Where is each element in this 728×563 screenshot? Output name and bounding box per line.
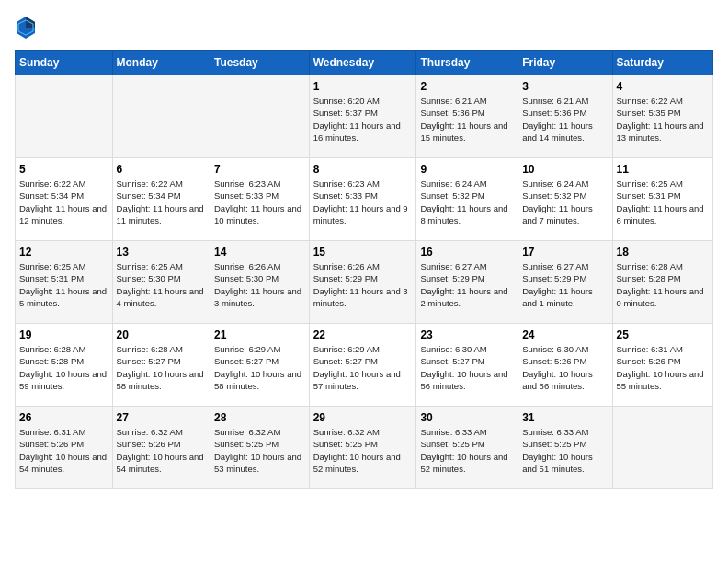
day-cell: 30Sunrise: 6:33 AM Sunset: 5:25 PM Dayli… xyxy=(416,407,518,489)
day-cell: 18Sunrise: 6:28 AM Sunset: 5:28 PM Dayli… xyxy=(612,241,712,324)
page-header xyxy=(15,15,713,40)
day-info: Sunrise: 6:31 AM Sunset: 5:26 PM Dayligh… xyxy=(617,343,709,392)
day-number: 22 xyxy=(313,328,413,341)
day-number: 11 xyxy=(617,163,709,176)
day-number: 13 xyxy=(117,246,206,259)
day-info: Sunrise: 6:26 AM Sunset: 5:30 PM Dayligh… xyxy=(214,260,305,309)
header-row: SundayMondayTuesdayWednesdayThursdayFrid… xyxy=(16,51,713,75)
day-number: 28 xyxy=(214,411,305,424)
day-cell: 14Sunrise: 6:26 AM Sunset: 5:30 PM Dayli… xyxy=(210,241,310,324)
day-info: Sunrise: 6:22 AM Sunset: 5:34 PM Dayligh… xyxy=(19,178,108,226)
day-number: 3 xyxy=(522,80,608,93)
day-info: Sunrise: 6:22 AM Sunset: 5:34 PM Dayligh… xyxy=(117,178,206,226)
calendar-header: SundayMondayTuesdayWednesdayThursdayFrid… xyxy=(16,51,713,75)
day-cell: 8Sunrise: 6:23 AM Sunset: 5:33 PM Daylig… xyxy=(309,158,416,241)
day-number: 30 xyxy=(420,411,514,424)
calendar-table: SundayMondayTuesdayWednesdayThursdayFrid… xyxy=(15,50,713,489)
day-cell: 22Sunrise: 6:29 AM Sunset: 5:27 PM Dayli… xyxy=(309,324,416,407)
day-number: 1 xyxy=(313,80,413,93)
day-number: 7 xyxy=(214,163,305,176)
day-cell: 27Sunrise: 6:32 AM Sunset: 5:26 PM Dayli… xyxy=(112,407,210,489)
day-number: 25 xyxy=(617,328,709,341)
day-info: Sunrise: 6:32 AM Sunset: 5:26 PM Dayligh… xyxy=(117,426,206,475)
day-cell: 17Sunrise: 6:27 AM Sunset: 5:29 PM Dayli… xyxy=(518,241,612,324)
day-number: 23 xyxy=(420,328,514,341)
day-info: Sunrise: 6:28 AM Sunset: 5:27 PM Dayligh… xyxy=(117,343,206,392)
day-number: 21 xyxy=(214,328,305,341)
day-cell: 20Sunrise: 6:28 AM Sunset: 5:27 PM Dayli… xyxy=(112,324,210,407)
day-cell: 25Sunrise: 6:31 AM Sunset: 5:26 PM Dayli… xyxy=(612,324,712,407)
day-number: 24 xyxy=(522,328,608,341)
day-cell: 5Sunrise: 6:22 AM Sunset: 5:34 PM Daylig… xyxy=(16,158,113,241)
day-info: Sunrise: 6:32 AM Sunset: 5:25 PM Dayligh… xyxy=(313,426,413,475)
day-number: 4 xyxy=(617,80,709,93)
logo-icon xyxy=(15,15,37,40)
day-cell: 13Sunrise: 6:25 AM Sunset: 5:30 PM Dayli… xyxy=(112,241,210,324)
day-cell: 21Sunrise: 6:29 AM Sunset: 5:27 PM Dayli… xyxy=(210,324,310,407)
day-info: Sunrise: 6:30 AM Sunset: 5:26 PM Dayligh… xyxy=(522,343,608,392)
day-number: 18 xyxy=(617,246,709,259)
header-cell-monday: Monday xyxy=(112,51,210,75)
header-cell-wednesday: Wednesday xyxy=(309,51,416,75)
day-cell: 23Sunrise: 6:30 AM Sunset: 5:27 PM Dayli… xyxy=(416,324,518,407)
day-info: Sunrise: 6:25 AM Sunset: 5:30 PM Dayligh… xyxy=(117,260,206,309)
day-number: 5 xyxy=(19,163,108,176)
day-cell: 10Sunrise: 6:24 AM Sunset: 5:32 PM Dayli… xyxy=(518,158,612,241)
logo xyxy=(15,15,40,40)
day-cell: 11Sunrise: 6:25 AM Sunset: 5:31 PM Dayli… xyxy=(612,158,712,241)
day-number: 2 xyxy=(420,80,514,93)
day-cell: 28Sunrise: 6:32 AM Sunset: 5:25 PM Dayli… xyxy=(210,407,310,489)
day-cell: 26Sunrise: 6:31 AM Sunset: 5:26 PM Dayli… xyxy=(16,407,113,489)
day-info: Sunrise: 6:23 AM Sunset: 5:33 PM Dayligh… xyxy=(214,178,305,226)
header-cell-friday: Friday xyxy=(518,51,612,75)
day-cell: 9Sunrise: 6:24 AM Sunset: 5:32 PM Daylig… xyxy=(416,158,518,241)
day-info: Sunrise: 6:33 AM Sunset: 5:25 PM Dayligh… xyxy=(522,426,608,475)
calendar-body: 1Sunrise: 6:20 AM Sunset: 5:37 PM Daylig… xyxy=(16,75,713,489)
week-row-2: 5Sunrise: 6:22 AM Sunset: 5:34 PM Daylig… xyxy=(16,158,713,241)
week-row-1: 1Sunrise: 6:20 AM Sunset: 5:37 PM Daylig… xyxy=(16,75,713,158)
day-cell xyxy=(112,75,210,158)
day-info: Sunrise: 6:27 AM Sunset: 5:29 PM Dayligh… xyxy=(522,260,608,309)
day-cell xyxy=(16,75,113,158)
header-cell-tuesday: Tuesday xyxy=(210,51,310,75)
day-number: 9 xyxy=(420,163,514,176)
day-cell: 3Sunrise: 6:21 AM Sunset: 5:36 PM Daylig… xyxy=(518,75,612,158)
day-cell xyxy=(210,75,310,158)
day-number: 6 xyxy=(117,163,206,176)
day-info: Sunrise: 6:30 AM Sunset: 5:27 PM Dayligh… xyxy=(420,343,514,392)
week-row-3: 12Sunrise: 6:25 AM Sunset: 5:31 PM Dayli… xyxy=(16,241,713,324)
day-number: 19 xyxy=(19,328,108,341)
day-info: Sunrise: 6:25 AM Sunset: 5:31 PM Dayligh… xyxy=(19,260,108,309)
day-info: Sunrise: 6:28 AM Sunset: 5:28 PM Dayligh… xyxy=(19,343,108,392)
day-info: Sunrise: 6:26 AM Sunset: 5:29 PM Dayligh… xyxy=(313,260,413,309)
day-cell: 15Sunrise: 6:26 AM Sunset: 5:29 PM Dayli… xyxy=(309,241,416,324)
header-cell-sunday: Sunday xyxy=(16,51,113,75)
day-number: 31 xyxy=(522,411,608,424)
day-info: Sunrise: 6:25 AM Sunset: 5:31 PM Dayligh… xyxy=(617,178,709,226)
day-number: 29 xyxy=(313,411,413,424)
day-info: Sunrise: 6:21 AM Sunset: 5:36 PM Dayligh… xyxy=(522,95,608,144)
day-number: 16 xyxy=(420,246,514,259)
header-cell-saturday: Saturday xyxy=(612,51,712,75)
day-number: 8 xyxy=(313,163,413,176)
day-info: Sunrise: 6:28 AM Sunset: 5:28 PM Dayligh… xyxy=(617,260,709,309)
day-number: 12 xyxy=(19,246,108,259)
day-info: Sunrise: 6:32 AM Sunset: 5:25 PM Dayligh… xyxy=(214,426,305,475)
day-cell: 6Sunrise: 6:22 AM Sunset: 5:34 PM Daylig… xyxy=(112,158,210,241)
week-row-5: 26Sunrise: 6:31 AM Sunset: 5:26 PM Dayli… xyxy=(16,407,713,489)
day-info: Sunrise: 6:29 AM Sunset: 5:27 PM Dayligh… xyxy=(313,343,413,392)
day-number: 27 xyxy=(117,411,206,424)
day-cell: 24Sunrise: 6:30 AM Sunset: 5:26 PM Dayli… xyxy=(518,324,612,407)
day-info: Sunrise: 6:29 AM Sunset: 5:27 PM Dayligh… xyxy=(214,343,305,392)
day-number: 26 xyxy=(19,411,108,424)
day-info: Sunrise: 6:24 AM Sunset: 5:32 PM Dayligh… xyxy=(522,178,608,226)
day-info: Sunrise: 6:21 AM Sunset: 5:36 PM Dayligh… xyxy=(420,95,514,144)
day-number: 17 xyxy=(522,246,608,259)
day-cell: 1Sunrise: 6:20 AM Sunset: 5:37 PM Daylig… xyxy=(309,75,416,158)
day-cell xyxy=(612,407,712,489)
day-number: 15 xyxy=(313,246,413,259)
day-info: Sunrise: 6:22 AM Sunset: 5:35 PM Dayligh… xyxy=(617,95,709,144)
day-cell: 16Sunrise: 6:27 AM Sunset: 5:29 PM Dayli… xyxy=(416,241,518,324)
day-number: 20 xyxy=(117,328,206,341)
day-info: Sunrise: 6:27 AM Sunset: 5:29 PM Dayligh… xyxy=(420,260,514,309)
